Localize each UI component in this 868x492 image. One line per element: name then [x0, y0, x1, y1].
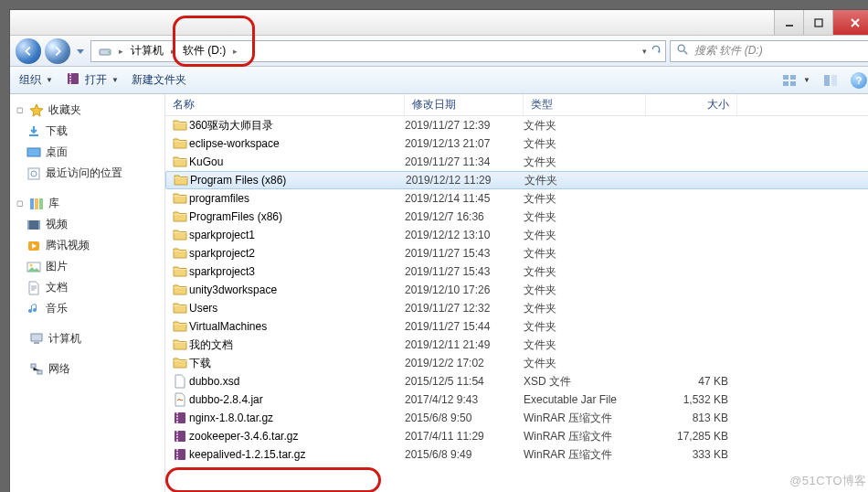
- file-date: 2019/12/13 21:07: [405, 137, 524, 150]
- file-name: eclipse-workspace: [189, 137, 405, 150]
- new-folder-button[interactable]: 新建文件夹: [132, 72, 186, 88]
- open-button[interactable]: 打开▼: [66, 71, 119, 89]
- file-row[interactable]: unity3dworkspace2019/12/10 17:26文件夹: [165, 281, 868, 299]
- folder-icon: [173, 283, 189, 297]
- file-date: 2019/12/14 11:45: [405, 192, 524, 205]
- titlebar: [10, 10, 868, 36]
- file-name: unity3dworkspace: [189, 283, 405, 296]
- file-row[interactable]: sparkproject22019/11/27 15:43文件夹: [165, 244, 868, 262]
- jar-icon: [173, 392, 189, 407]
- file-type: WinRAR 压缩文件: [524, 411, 646, 426]
- file-row[interactable]: Users2019/11/27 12:32文件夹: [165, 299, 868, 317]
- file-row[interactable]: 我的文档2019/12/11 21:49文件夹: [165, 336, 868, 354]
- file-row[interactable]: VirtualMachines2019/11/27 15:44文件夹: [165, 317, 868, 336]
- sidebar-computer[interactable]: ▸计算机: [14, 328, 161, 349]
- help-button[interactable]: ?: [851, 72, 867, 89]
- file-row[interactable]: 360驱动大师目录2019/11/27 12:39文件夹: [165, 116, 868, 134]
- file-size: 47 KB: [646, 375, 737, 388]
- sidebar-documents[interactable]: 文档: [14, 277, 161, 298]
- file-type: 文件夹: [524, 356, 646, 371]
- file-row[interactable]: zookeeper-3.4.6.tar.gz2017/4/11 11:29Win…: [165, 427, 868, 445]
- sidebar-favorites[interactable]: ▢收藏夹: [14, 100, 161, 121]
- file-size: 1,532 KB: [646, 393, 737, 406]
- file-name: 下载: [189, 356, 405, 371]
- view-mode-button[interactable]: ▼: [782, 73, 810, 88]
- file-type: WinRAR 压缩文件: [524, 429, 646, 444]
- sidebar-network[interactable]: ▸网络: [14, 358, 161, 380]
- file-type: 文件夹: [524, 246, 646, 262]
- file-row[interactable]: keepalived-1.2.15.tar.gz2015/6/8 9:49Win…: [165, 445, 868, 464]
- file-type: 文件夹: [524, 337, 646, 353]
- sidebar: ▢收藏夹 下载 桌面 最近访问的位置 ▢库 视频 腾讯视频 图片 文档 音乐 ▸…: [10, 94, 165, 492]
- close-button[interactable]: [832, 10, 868, 35]
- file-name: dubbo.xsd: [189, 375, 405, 388]
- organize-button[interactable]: 组织▼: [19, 72, 53, 88]
- file-row[interactable]: sparkproject12019/12/12 13:10文件夹: [165, 226, 868, 244]
- refresh-icon[interactable]: [651, 44, 662, 58]
- file-size: 17,285 KB: [646, 430, 737, 443]
- back-button[interactable]: [16, 38, 41, 64]
- file-row[interactable]: KuGou2019/11/27 11:34文件夹: [165, 153, 868, 171]
- breadcrumb-root-dropdown[interactable]: ▸: [115, 45, 127, 58]
- sidebar-videos[interactable]: 视频: [14, 214, 161, 235]
- sidebar-recent[interactable]: 最近访问的位置: [14, 163, 161, 184]
- file-row[interactable]: Program Files (x86)2019/12/12 11:29文件夹: [165, 171, 868, 189]
- breadcrumb-drive-dropdown[interactable]: ▸: [229, 45, 241, 58]
- sidebar-music[interactable]: 音乐: [14, 298, 161, 319]
- file-name: zookeeper-3.4.6.tar.gz: [189, 430, 405, 443]
- file-type: WinRAR 压缩文件: [524, 447, 646, 463]
- sidebar-downloads[interactable]: 下载: [14, 121, 161, 142]
- file-row[interactable]: 下载2019/12/2 17:02文件夹: [165, 354, 868, 372]
- file-type: 文件夹: [524, 191, 646, 207]
- col-size[interactable]: 大小: [646, 94, 737, 115]
- preview-pane-button[interactable]: [823, 73, 838, 88]
- sidebar-libraries[interactable]: ▢库: [14, 193, 161, 214]
- file-date: 2019/11/27 15:43: [405, 265, 524, 278]
- address-history-dropdown[interactable]: ▾: [642, 47, 647, 56]
- breadcrumb-drive[interactable]: 软件 (D:): [179, 41, 229, 60]
- sidebar-pictures[interactable]: 图片: [14, 256, 161, 277]
- folder-icon: [173, 209, 189, 224]
- sidebar-desktop[interactable]: 桌面: [14, 142, 161, 163]
- file-list[interactable]: 360驱动大师目录2019/11/27 12:39文件夹eclipse-work…: [165, 116, 868, 492]
- drive-icon: [95, 43, 115, 59]
- col-type[interactable]: 类型: [524, 94, 646, 115]
- file-row[interactable]: programfiles2019/12/14 11:45文件夹: [165, 189, 868, 208]
- maximize-button[interactable]: [803, 10, 832, 35]
- search-input[interactable]: 搜索 软件 (D:): [670, 40, 868, 62]
- music-icon: [26, 302, 41, 316]
- folder-icon: [174, 173, 190, 187]
- forward-button[interactable]: [45, 38, 70, 64]
- file-name: 我的文档: [189, 337, 405, 353]
- file-type: XSD 文件: [524, 374, 646, 390]
- file-row[interactable]: eclipse-workspace2019/12/13 21:07文件夹: [165, 134, 868, 153]
- folder-icon: [173, 301, 189, 316]
- folder-icon: [173, 319, 189, 334]
- address-bar[interactable]: ▸ 计算机 ▸ 软件 (D:) ▸ ▾: [90, 40, 666, 62]
- file-row[interactable]: dubbo.xsd2015/12/5 11:54XSD 文件47 KB: [165, 372, 868, 390]
- file-pane: 名称 修改日期 类型 大小 360驱动大师目录2019/11/27 12:39文…: [165, 94, 868, 492]
- rar-icon: [66, 71, 80, 89]
- breadcrumb-computer-dropdown[interactable]: ▸: [167, 45, 179, 58]
- search-icon: [676, 43, 689, 59]
- file-row[interactable]: dubbo-2.8.4.jar2017/4/12 9:43Executable …: [165, 390, 868, 409]
- search-placeholder: 搜索 软件 (D:): [694, 43, 763, 59]
- minimize-button[interactable]: [774, 10, 803, 35]
- file-type: 文件夹: [524, 301, 646, 316]
- file-row[interactable]: nginx-1.8.0.tar.gz2015/6/8 9:50WinRAR 压缩…: [165, 409, 868, 427]
- col-date[interactable]: 修改日期: [405, 94, 524, 115]
- col-name[interactable]: 名称: [165, 94, 405, 115]
- rar-icon: [173, 429, 189, 444]
- breadcrumb-computer[interactable]: 计算机: [127, 41, 167, 60]
- file-row[interactable]: ProgramFiles (x86)2019/12/7 16:36文件夹: [165, 208, 868, 226]
- file-date: 2019/12/12 11:29: [406, 174, 524, 187]
- sidebar-tencent-video[interactable]: 腾讯视频: [14, 235, 161, 256]
- file-type: 文件夹: [524, 118, 646, 134]
- file-row[interactable]: sparkproject32019/11/27 15:43文件夹: [165, 262, 868, 281]
- picture-icon: [26, 260, 41, 274]
- nav-bar: ▸ 计算机 ▸ 软件 (D:) ▸ ▾ 搜索 软件 (D:): [10, 36, 868, 67]
- history-dropdown[interactable]: [74, 47, 87, 56]
- desktop-icon: [26, 145, 41, 160]
- network-icon: [29, 362, 44, 377]
- folder-icon: [173, 191, 189, 206]
